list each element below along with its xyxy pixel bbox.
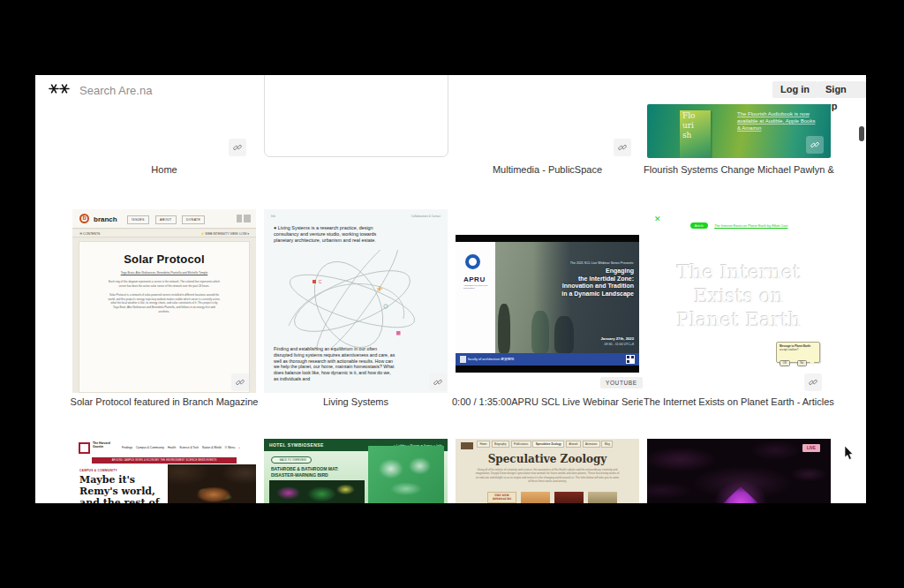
hotel-item-title: BATHROBE & BATHROOM MAT: DISASTER-WARNIN… bbox=[271, 466, 359, 478]
branch-article: Solar Protocol Tega Brain, Alex Nathanso… bbox=[79, 241, 250, 393]
branch-header: b branch ISSUES ABOUT DONATE bbox=[72, 209, 256, 229]
book-cover: THE NEW DINOSAURS bbox=[487, 492, 516, 503]
harvard-category: CAMPUS & COMMUNITY bbox=[79, 469, 117, 472]
book-cover bbox=[554, 492, 584, 503]
branch-contents: ☰ CONTENTS bbox=[79, 232, 100, 236]
block-harvard-gazette[interactable]: The Harvard Gazette FindingsCampus & Com… bbox=[72, 439, 256, 503]
branch-logo-letter: b bbox=[83, 215, 87, 221]
branch-subbar: ☰ CONTENTS ⚡ WEB INTENSITY VIEW: LOW ▾ bbox=[72, 230, 256, 237]
dialog-text: accept cookies? bbox=[777, 348, 819, 351]
block-hotel-symbiosense[interactable]: HOTEL SYMBIOSENSE ○ Lobby ○ Room ● Items… bbox=[264, 439, 448, 503]
cover-line: uri bbox=[680, 120, 711, 130]
block-caption-home[interactable]: Home bbox=[69, 164, 260, 175]
living-outro: Finding and establishing an equilibrium … bbox=[274, 346, 396, 382]
harvard-logo-icon bbox=[79, 442, 90, 454]
article-paragraph: Each ring of this diagram represents a s… bbox=[108, 280, 221, 288]
block-speculative-zoology[interactable]: HomeBiographyPublicationsSpeculative Zoo… bbox=[456, 439, 639, 503]
block-caption-solar[interactable]: Solar Protocol featured in Branch Magazi… bbox=[69, 396, 260, 407]
cover-line: Flo bbox=[680, 110, 711, 120]
block-dark-marble[interactable]: LIVE bbox=[647, 439, 831, 503]
hotel-brand: HOTEL SYMBIOSENSE bbox=[269, 442, 324, 448]
branch-intensity: ⚡ WEB INTENSITY VIEW: LOW ▾ bbox=[200, 232, 249, 236]
dialog-tail bbox=[810, 362, 814, 366]
book-cover bbox=[588, 492, 617, 503]
webinar-series: The 2021 SCL Live Webinar Series Present… bbox=[546, 261, 634, 265]
link-icon[interactable] bbox=[429, 373, 447, 391]
article-paragraph: Solar Protocol is a network of solar-pow… bbox=[108, 293, 221, 313]
harvard-brand: The Harvard Gazette bbox=[93, 442, 116, 449]
article-byline: Tega Brain, Alex Nathanson, Benedetta Pi… bbox=[98, 271, 230, 275]
block-caption-apru[interactable]: 0:00 / 1:35:00APRU SCL Live Webinar Seri… bbox=[452, 396, 643, 407]
block-caption-flourish[interactable]: Flourish Systems Change Michael Pawlyn &… bbox=[644, 164, 834, 175]
orbit-marker-label: C bbox=[319, 280, 322, 284]
link-icon[interactable] bbox=[231, 373, 249, 391]
branch-nav-issues: ISSUES bbox=[127, 215, 149, 224]
apru-org: APRU bbox=[463, 275, 486, 283]
block-caption-living[interactable]: Living Systems bbox=[260, 396, 451, 407]
living-corner-right: Collaborations & Contact bbox=[411, 215, 441, 218]
arena-logo-icon[interactable] bbox=[49, 82, 70, 98]
living-intro: ● Living Systems is a research practice,… bbox=[274, 225, 385, 244]
book-cover bbox=[521, 492, 550, 503]
flourish-book-cover: Flo uri sh bbox=[680, 110, 711, 158]
link-icon[interactable] bbox=[806, 136, 824, 154]
link-icon[interactable] bbox=[229, 139, 246, 156]
speczoo-body: Using all of his talents of creativity a… bbox=[475, 468, 620, 484]
screen: Search Are.na Log in Sign up Home Multim… bbox=[0, 0, 904, 588]
video-frame: APRU Association of Pacific Rim Universi… bbox=[456, 242, 639, 353]
harvard-photo bbox=[168, 464, 256, 503]
live-badge: LIVE bbox=[802, 444, 820, 452]
mouse-cursor bbox=[844, 446, 855, 464]
block-internet-earth[interactable]: ✕ Article The Internet Exists on Planet … bbox=[647, 209, 831, 393]
webinar-time: 09:30 - 11:00 UTC+8 bbox=[546, 343, 634, 346]
apru-logo-panel: APRU Association of Pacific Rim Universi… bbox=[456, 242, 495, 353]
living-corner-left: Info bbox=[271, 215, 275, 218]
harvard-subnav: AROUND CAMPUS WORK & ECONOMY THE ENVIRON… bbox=[92, 457, 237, 464]
embossed-heading: The Internet Exists on Planet Earth bbox=[647, 260, 831, 332]
speczoo-title: Speculative Zoology bbox=[456, 453, 639, 465]
block-solar-protocol[interactable]: b branch ISSUES ABOUT DONATE ☰ CONTENTS … bbox=[72, 209, 256, 393]
signup-button[interactable]: Sign up bbox=[817, 81, 866, 98]
speczoo-logo-icon bbox=[461, 442, 473, 449]
webinar-title: Engaging the Intertidal Zone: Innovation… bbox=[542, 268, 634, 298]
dialog-ok-button: OK bbox=[780, 360, 790, 366]
person-silhouette bbox=[498, 304, 510, 353]
article-badge: Article bbox=[690, 222, 708, 229]
webinar-date: January 27th, 2022 bbox=[546, 336, 634, 341]
block-flourish[interactable]: Flo uri sh The Flourish Audiobook is now… bbox=[647, 104, 831, 158]
qr-code-icon bbox=[626, 355, 635, 364]
cookie-dialog: Message to Planet Earth: accept cookies?… bbox=[776, 342, 820, 363]
article-badge-row: Article The Internet Exists on Planet Ea… bbox=[647, 217, 831, 233]
dialog-no-button: No bbox=[797, 360, 808, 366]
hku-logo-icon bbox=[460, 356, 466, 363]
block-caption-internet[interactable]: The Internet Exists on Planet Earth - Ar… bbox=[644, 396, 834, 407]
harvard-headline: Maybe it's Remy's world, and the rest of… bbox=[79, 474, 170, 503]
search-input[interactable]: Search Are.na bbox=[79, 84, 152, 97]
link-icon[interactable] bbox=[804, 373, 822, 391]
apru-logo-icon bbox=[465, 254, 480, 269]
block-living-systems[interactable]: Info Collaborations & Contact ● Living S… bbox=[264, 209, 448, 393]
article-link: The Internet Exists on Planet Earth by E… bbox=[714, 224, 787, 228]
speczoo-covers: THE NEW DINOSAURS bbox=[487, 492, 620, 503]
apru-org-sub: Association of Pacific Rim Universities bbox=[463, 284, 492, 290]
video-overlay: The 2021 SCL Live Webinar Series Present… bbox=[533, 242, 639, 353]
browser-viewport: Search Are.na Log in Sign up Home Multim… bbox=[35, 75, 866, 503]
hotel-bird-image bbox=[368, 446, 444, 503]
faculty-text: faculty of architecture 建築學院 bbox=[468, 357, 514, 361]
branch-brand: branch bbox=[94, 215, 117, 223]
video-footer-bar: faculty of architecture 建築學院 bbox=[456, 353, 639, 366]
harvard-nav: FindingsCampus & CommunityHealthScience … bbox=[122, 446, 254, 449]
block-white-card[interactable] bbox=[264, 75, 448, 157]
block-caption-multimedia[interactable]: Multimedia - PublicSpace bbox=[452, 164, 643, 175]
block-apru-video[interactable]: APRU Association of Pacific Rim Universi… bbox=[456, 209, 639, 393]
orbit-diagram: C bbox=[264, 250, 448, 349]
branch-nav-about: ABOUT bbox=[155, 215, 177, 224]
youtube-badge[interactable]: YOUTUBE bbox=[600, 377, 643, 388]
link-icon[interactable] bbox=[614, 139, 631, 156]
video-letterbox-bottom bbox=[456, 366, 639, 373]
scrollbar-thumb[interactable] bbox=[859, 126, 864, 141]
login-button[interactable]: Log in bbox=[772, 81, 817, 98]
branch-nav-donate: DONATE bbox=[182, 215, 205, 224]
speczoo-tabs: HomeBiographyPublicationsSpeculative Zoo… bbox=[477, 442, 636, 446]
hotel-image-fragment bbox=[269, 480, 365, 503]
